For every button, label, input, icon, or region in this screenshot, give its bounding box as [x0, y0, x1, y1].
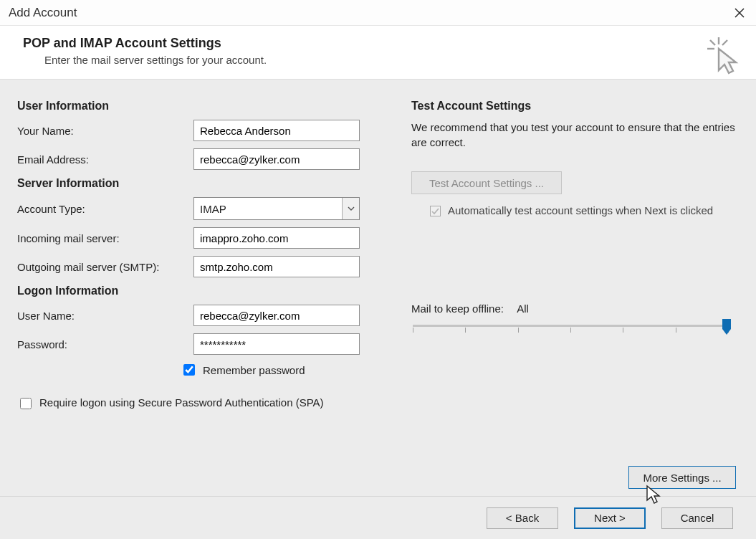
label-email: Email Address:: [17, 153, 193, 166]
back-button-label: < Back: [506, 512, 539, 524]
label-username: User Name:: [17, 310, 193, 322]
label-incoming: Incoming mail server:: [17, 232, 193, 244]
row-incoming: Incoming mail server:: [17, 227, 368, 249]
mail-offline-section: Mail to keep offline: All: [411, 302, 745, 340]
slider-tick: [465, 328, 466, 333]
check-icon: [431, 207, 439, 215]
section-server-info: Server Information: [17, 177, 368, 190]
section-logon-info: Logon Information: [17, 285, 368, 297]
cursor-icon: [646, 485, 661, 505]
input-email[interactable]: [193, 148, 360, 170]
back-button[interactable]: < Back: [487, 507, 558, 529]
slider-tick: [518, 328, 519, 333]
test-account-settings-button[interactable]: Test Account Settings ...: [411, 171, 562, 194]
section-test: Test Account Settings: [411, 100, 745, 113]
input-outgoing[interactable]: [193, 256, 360, 277]
combo-dropdown-button[interactable]: [342, 198, 359, 219]
checkbox-spa[interactable]: [20, 398, 32, 409]
slider-track-line: [413, 325, 728, 327]
row-outgoing: Outgoing mail server (SMTP):: [17, 256, 368, 277]
cancel-button[interactable]: Cancel: [661, 507, 733, 529]
label-remember-password: Remember password: [203, 364, 305, 376]
slider-thumb[interactable]: [722, 319, 731, 335]
wizard-header: POP and IMAP Account Settings Enter the …: [0, 26, 756, 80]
cancel-button-label: Cancel: [681, 512, 714, 524]
row-password: Password:: [17, 333, 368, 355]
add-account-window: Add Account POP and IMAP Account Setting…: [0, 0, 756, 539]
left-column: User Information Your Name: Email Addres…: [17, 97, 368, 489]
label-auto-test: Automatically test account settings when…: [448, 204, 713, 216]
label-your-name: Your Name:: [17, 125, 193, 137]
test-button-label: Test Account Settings ...: [429, 177, 544, 189]
label-password: Password:: [17, 338, 193, 350]
mail-offline-text: Mail to keep offline:: [411, 302, 504, 315]
right-column: Test Account Settings We recommend that …: [411, 97, 745, 489]
next-button-label: Next >: [594, 512, 626, 524]
input-incoming[interactable]: [193, 227, 360, 249]
titlebar: Add Account: [0, 0, 756, 26]
label-outgoing: Outgoing mail server (SMTP):: [17, 261, 193, 273]
wizard-footer: < Back Next > Cancel: [0, 496, 756, 539]
slider-tick: [413, 328, 413, 333]
click-cursor-icon: [703, 36, 742, 77]
more-settings-button[interactable]: More Settings ...: [628, 466, 736, 489]
row-remember-password: Remember password: [181, 362, 368, 378]
wizard-title: POP and IMAP Account Settings: [23, 36, 735, 51]
row-email: Email Address:: [17, 148, 368, 170]
slider-tick: [570, 328, 571, 333]
next-button[interactable]: Next >: [574, 507, 646, 529]
input-username[interactable]: [193, 305, 360, 326]
slider-tick: [676, 328, 676, 333]
window-title: Add Account: [9, 6, 727, 20]
row-auto-test: Automatically test account settings when…: [430, 204, 745, 216]
slider-tick: [623, 328, 623, 333]
checkbox-remember-password[interactable]: [183, 364, 195, 376]
close-button[interactable]: [727, 3, 752, 23]
mail-offline-label: Mail to keep offline: All: [411, 302, 745, 315]
combo-account-type-value: IMAP: [194, 203, 342, 215]
label-spa: Require logon using Secure Password Auth…: [39, 396, 324, 409]
input-your-name[interactable]: [193, 120, 360, 141]
svg-line-5: [722, 40, 727, 45]
checkbox-auto-test[interactable]: [430, 206, 441, 216]
wizard-subtitle: Enter the mail server settings for your …: [44, 54, 735, 66]
row-username: User Name:: [17, 305, 368, 326]
row-your-name: Your Name:: [17, 120, 368, 141]
mail-offline-slider[interactable]: [413, 320, 728, 340]
combo-account-type[interactable]: IMAP: [193, 197, 360, 220]
test-description: We recommend that you test your account …: [411, 120, 745, 150]
more-settings-label: More Settings ...: [643, 472, 721, 484]
svg-line-4: [710, 40, 715, 45]
row-spa: Require logon using Secure Password Auth…: [17, 396, 368, 411]
section-user-info: User Information: [17, 100, 368, 113]
mail-offline-value: All: [517, 302, 529, 315]
chevron-down-icon: [348, 206, 355, 211]
close-icon: [735, 8, 745, 18]
input-password[interactable]: [193, 333, 360, 355]
label-account-type: Account Type:: [17, 203, 193, 215]
row-account-type: Account Type: IMAP: [17, 197, 368, 220]
form-body: User Information Your Name: Email Addres…: [0, 80, 756, 496]
